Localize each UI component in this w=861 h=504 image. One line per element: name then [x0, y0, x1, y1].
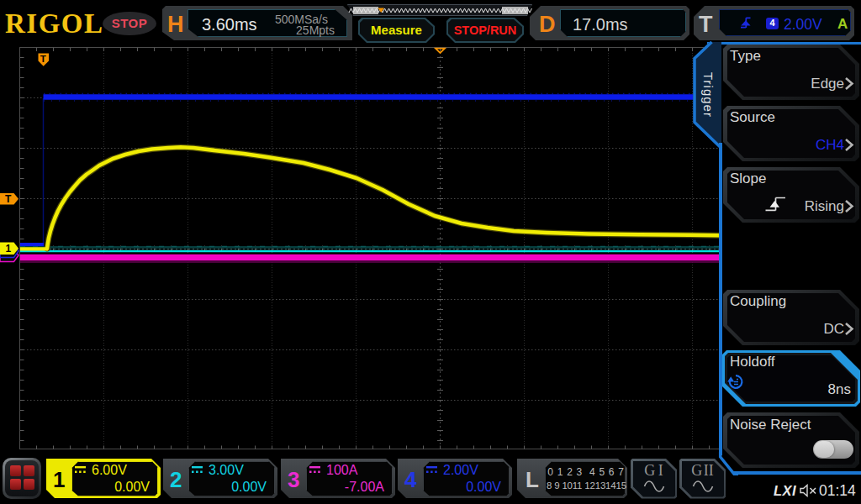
svg-text:T: T	[5, 193, 12, 205]
svg-text:T: T	[40, 54, 46, 64]
svg-text:1: 1	[6, 243, 12, 255]
